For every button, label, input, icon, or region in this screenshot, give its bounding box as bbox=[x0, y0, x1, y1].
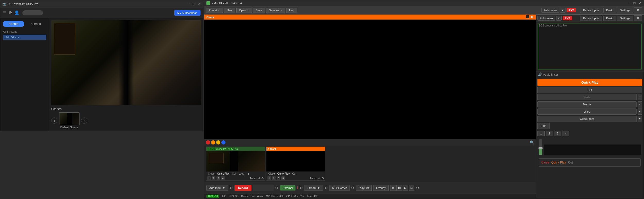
quick-play-btn[interactable]: Quick Play bbox=[537, 79, 642, 86]
stream-btn[interactable]: Stream ▼ bbox=[304, 185, 323, 191]
vmix-close-btn[interactable]: ✕ bbox=[638, 1, 642, 5]
input-2-gear-icon[interactable]: ⚙ bbox=[321, 177, 324, 180]
eos-settings-btn[interactable]: ⚙ bbox=[8, 10, 12, 15]
overlay-btn[interactable]: Overlay bbox=[373, 185, 389, 191]
view-grid-btn[interactable]: ⊞ bbox=[403, 185, 408, 191]
input-1-loop-btn[interactable]: Loop bbox=[238, 172, 245, 175]
scene-thumb[interactable] bbox=[59, 112, 80, 125]
input-1-preview[interactable] bbox=[206, 151, 265, 171]
input-1-qp-btn[interactable]: Quick Play bbox=[216, 172, 230, 175]
fade-dropdown-btn[interactable]: ▼ bbox=[638, 94, 642, 100]
settings-right-btn[interactable]: Settings bbox=[617, 16, 633, 21]
pause-inputs-right-btn[interactable]: Pause Inputs bbox=[580, 16, 602, 21]
settings-gear-btn[interactable]: ⚙ bbox=[634, 7, 642, 13]
trans-num-4[interactable]: 4 bbox=[562, 131, 569, 136]
my-subscription-btn[interactable]: My Subscription bbox=[174, 10, 201, 16]
view-more-btn[interactable]: ⊡ bbox=[409, 185, 414, 191]
tab-stream[interactable]: Stream bbox=[3, 21, 24, 27]
input-2-qp-btn[interactable]: Quick Play bbox=[277, 172, 291, 175]
last-btn[interactable]: Last bbox=[286, 8, 297, 13]
add-input-gear-btn[interactable]: ⚙ bbox=[230, 186, 233, 190]
record-btn[interactable]: Record bbox=[234, 185, 251, 191]
scenes-section: Scenes ‹ Default Scene › bbox=[51, 105, 201, 129]
volume-slider-track[interactable] bbox=[539, 139, 542, 155]
merge-dropdown-btn[interactable]: ▼ bbox=[638, 101, 642, 107]
input-2-preview[interactable] bbox=[266, 151, 325, 171]
input-2-n4[interactable]: 4 bbox=[281, 176, 285, 180]
wipe-btn[interactable]: Wipe bbox=[537, 108, 637, 115]
settings-gear-right-btn[interactable]: ⚙ bbox=[634, 15, 642, 21]
input-1-n2[interactable]: 2 bbox=[212, 176, 215, 180]
multicorder-btn[interactable]: MultiCorder bbox=[329, 185, 350, 191]
wipe-dropdown-btn[interactable]: ▼ bbox=[638, 108, 642, 115]
input-1-monitor-icon[interactable]: 🖥 bbox=[257, 176, 260, 180]
input-1-close-btn[interactable]: Close bbox=[207, 172, 215, 175]
cubezoom-btn[interactable]: CubeZoom bbox=[537, 116, 637, 122]
eos-user-btn[interactable]: 👤 bbox=[14, 10, 19, 15]
new-btn[interactable]: New bbox=[224, 8, 235, 13]
trans-num-2[interactable]: 2 bbox=[546, 131, 553, 136]
sidebar-item-vmix[interactable]: vMix64.exe bbox=[3, 35, 46, 40]
audio-mixer-icon: 🔊 bbox=[538, 73, 542, 76]
add-input-btn[interactable]: Add Input ▼ bbox=[206, 185, 228, 191]
open-btn[interactable]: Open ▼ bbox=[236, 8, 252, 13]
fullscreen-right-dropdown-btn[interactable]: ▼ bbox=[556, 16, 562, 21]
fullscreen-btn[interactable]: Fullscreen bbox=[541, 8, 559, 13]
view-list-btn[interactable]: ≡ bbox=[390, 185, 396, 191]
cut-btn[interactable]: Cut bbox=[537, 87, 642, 93]
trans-num-3[interactable]: 3 bbox=[554, 131, 561, 136]
input-1-gear-icon[interactable]: ⚙ bbox=[261, 177, 264, 180]
eos-search-bar[interactable] bbox=[22, 10, 43, 15]
playlist-btn[interactable]: PlayList bbox=[356, 185, 372, 191]
input-2-n2[interactable]: 2 bbox=[272, 176, 276, 180]
fade-btn[interactable]: Fade bbox=[537, 94, 637, 100]
external-gear-btn[interactable]: ⚙ bbox=[300, 186, 303, 190]
volume-slider-thumb[interactable] bbox=[538, 147, 543, 149]
input-1-n3[interactable]: 3 bbox=[216, 176, 220, 180]
input-2-n3[interactable]: 3 bbox=[277, 176, 280, 180]
input-2-monitor-icon[interactable]: 🖥 bbox=[317, 176, 320, 180]
view-bar-btn[interactable]: ▮▮ bbox=[396, 185, 402, 191]
stream-gear-btn[interactable]: ⚙ bbox=[325, 186, 328, 190]
basic-right-btn[interactable]: Basic bbox=[603, 16, 616, 21]
preview-settings-icon[interactable]: ⚙ bbox=[530, 15, 534, 19]
input-1-n4[interactable]: 4 bbox=[221, 176, 225, 180]
settings-btn[interactable]: Settings bbox=[617, 8, 633, 13]
red-color-dot[interactable] bbox=[206, 140, 210, 144]
pause-inputs-btn[interactable]: Pause Inputs bbox=[580, 8, 602, 13]
merge-btn[interactable]: Merge bbox=[537, 101, 637, 107]
blue-color-dot[interactable] bbox=[221, 140, 225, 144]
ftb-btn[interactable]: FTB bbox=[537, 123, 550, 129]
input-1-cut-btn[interactable]: Cut bbox=[231, 172, 237, 175]
eos-maximize-btn[interactable]: □ bbox=[192, 2, 196, 6]
vmix-minimize-btn[interactable]: − bbox=[627, 1, 631, 5]
input-1-n1[interactable]: 1 bbox=[207, 176, 211, 180]
yellow-color-dot[interactable] bbox=[216, 140, 220, 144]
input-2-cut-btn[interactable]: Cut bbox=[291, 172, 297, 175]
input-2-n1[interactable]: 1 bbox=[267, 176, 271, 180]
save-btn[interactable]: Save bbox=[253, 8, 265, 13]
fullscreen-right-btn[interactable]: Fullscreen bbox=[537, 16, 555, 21]
cubezoom-dropdown-btn[interactable]: ▼ bbox=[638, 116, 642, 122]
external-btn[interactable]: External bbox=[280, 185, 295, 191]
scene-prev-btn[interactable]: ‹ bbox=[51, 117, 57, 124]
save-as-btn[interactable]: Save As ▼ bbox=[266, 8, 285, 13]
scene-next-btn[interactable]: › bbox=[81, 117, 87, 124]
basic-btn[interactable]: Basic bbox=[603, 8, 616, 13]
eos-close-btn[interactable]: ✕ bbox=[197, 2, 201, 6]
orange-color-dot[interactable] bbox=[211, 140, 215, 144]
external-i-btn[interactable]: i bbox=[297, 186, 298, 190]
search-icon-btn[interactable]: 🔍 bbox=[530, 140, 534, 144]
bottom-gear-btn[interactable]: ⚙ bbox=[416, 186, 419, 190]
vmix-maximize-btn[interactable]: □ bbox=[632, 1, 637, 5]
multicorder-gear-btn[interactable]: ⚙ bbox=[351, 186, 354, 190]
input-2-close-btn[interactable]: Close bbox=[267, 172, 276, 175]
input-1-pause-btn[interactable]: ⏸ bbox=[246, 172, 250, 175]
tab-scenes[interactable]: Scenes bbox=[25, 21, 47, 27]
close-label: Close bbox=[541, 161, 549, 164]
preset-btn[interactable]: Preset ▼ bbox=[206, 8, 223, 13]
fullscreen-dropdown-btn[interactable]: ▼ bbox=[560, 8, 565, 13]
trans-num-1[interactable]: 1 bbox=[537, 131, 545, 136]
eos-minimize-btn[interactable]: − bbox=[187, 2, 191, 6]
record-gear-btn[interactable]: ⚙ bbox=[275, 186, 279, 190]
